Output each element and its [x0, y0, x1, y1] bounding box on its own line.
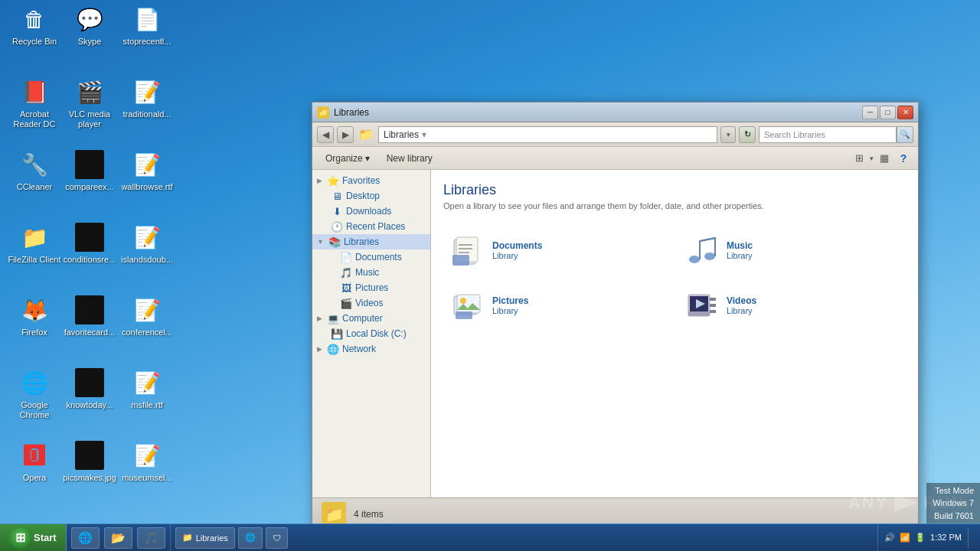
view-dropdown[interactable]: ▾ [870, 155, 874, 162]
desktop-icon-stoprecentl[interactable]: 📄 stoprecentl... [120, 4, 174, 47]
desktop-icon-favoritecard[interactable]: favoritecard... [63, 295, 116, 337]
nav-network[interactable]: ▶ 🌐 Network [312, 341, 430, 357]
desktop-icon-museumsel[interactable]: 📝 museumsel... [120, 440, 174, 483]
desktop-icon-msfile[interactable]: 📝 msfile.rtf [120, 367, 174, 410]
network-label: Network [342, 344, 376, 354]
svg-rect-18 [710, 304, 716, 307]
nav-libraries[interactable]: ▼ 📚 Libraries [312, 234, 430, 249]
nav-local-disk[interactable]: 💾 Local Disk (C:) [312, 326, 430, 341]
desktop-label: Desktop [346, 191, 380, 201]
organize-label: Organize [325, 153, 363, 164]
svg-rect-19 [710, 310, 716, 313]
forward-button[interactable]: ▶ [337, 126, 354, 143]
show-desktop-button[interactable] [968, 527, 974, 549]
svg-marker-20 [894, 494, 917, 512]
nav-documents[interactable]: 📄 Documents [312, 249, 430, 265]
nav-downloads[interactable]: ⬇ Downloads [312, 204, 430, 219]
address-dropdown[interactable]: ▾ [422, 129, 426, 140]
taskbar-libraries-item[interactable]: 📁 Libraries [175, 527, 235, 549]
start-label: Start [34, 532, 57, 543]
desktop-icon-chrome[interactable]: 🌐 Google Chrome [8, 367, 61, 420]
minimize-button[interactable]: ─ [862, 106, 878, 119]
vlc-icon: 🎬 [74, 77, 105, 107]
toolbar-right: ⊞ ▾ ▦ ? [851, 150, 912, 167]
main-content: ▶ ⭐ Favorites 🖥 Desktop ⬇ Downloads 🕐 Re… [312, 170, 918, 497]
new-library-label: New library [387, 153, 433, 164]
taskbar-chrome-item[interactable]: 🌐 [238, 527, 263, 549]
desktop-icon-firefox[interactable]: 🦊 Firefox [8, 295, 61, 337]
desktop-icon-recycle-bin[interactable]: 🗑 Recycle Bin [8, 4, 61, 47]
taskbar-right: 🔊 📶 🔋 1:32 PM [877, 524, 980, 551]
nav-videos[interactable]: 🎬 Videos [312, 295, 430, 311]
library-item-music[interactable]: Music Library [678, 226, 906, 275]
desktop-icon-conditionsre[interactable]: conditionsre... [63, 222, 116, 265]
close-button[interactable]: ✕ [897, 106, 913, 119]
back-button[interactable]: ◀ [317, 126, 334, 143]
libraries-grid: Documents Library M [443, 226, 906, 330]
desktop-icon-ccleaner[interactable]: 🔧 CCleaner [8, 149, 61, 192]
nav-computer[interactable]: ▶ 💻 Computer [312, 311, 430, 326]
nav-favorites[interactable]: ▶ ⭐ Favorites [312, 173, 430, 188]
desktop-icon-wallbrowse[interactable]: 📝 wallbrowse.rtf [120, 149, 174, 192]
taskbar-ie-button[interactable]: 🌐 [71, 527, 100, 549]
skype-label: Skype [78, 37, 102, 47]
volume-icon[interactable]: 🔊 [884, 533, 895, 543]
address-arrow[interactable]: ▾ [720, 126, 736, 143]
refresh-button[interactable]: ↻ [739, 126, 756, 143]
desktop-icon-conferencel[interactable]: 📝 conferencel... [120, 295, 174, 337]
nav-pictures-icon: 🖼 [340, 282, 352, 294]
desktop-icon-compareex[interactable]: compareex... [63, 149, 116, 192]
search-button[interactable]: 🔍 [897, 126, 913, 143]
search-placeholder: Search Libraries [764, 130, 825, 139]
library-item-documents[interactable]: Documents Library [443, 226, 671, 275]
taskbar-antivirus-item[interactable]: 🛡 [266, 527, 288, 549]
battery-icon[interactable]: 🔋 [915, 533, 926, 543]
address-path[interactable]: Libraries ▾ [378, 126, 717, 143]
desktop-icon-picsmakes[interactable]: picsmakes.jpg [63, 440, 116, 483]
organize-button[interactable]: Organize ▾ [318, 150, 377, 167]
favoritecard-icon [74, 295, 105, 325]
desktop-icon-knowtoday[interactable]: knowtoday... [63, 367, 116, 410]
clock[interactable]: 1:32 PM [930, 532, 962, 543]
desktop-icon-opera[interactable]: 🅾 Opera [8, 440, 61, 483]
help-button[interactable]: ? [895, 150, 912, 167]
library-item-pictures[interactable]: Pictures Library [443, 281, 671, 330]
title-bar-controls: ─ □ ✕ [862, 106, 913, 119]
test-mode-line2: Windows 7 [933, 497, 974, 510]
desktop-icon-islandsdoub[interactable]: 📝 islandsdoub... [120, 222, 174, 265]
filezilla-label: FileZilla Client [8, 255, 60, 265]
filezilla-icon: 📁 [19, 222, 50, 253]
desktop-icon-acrobat[interactable]: 📕 Acrobat Reader DC [8, 77, 61, 129]
nav-pictures[interactable]: 🖼 Pictures [312, 280, 430, 295]
picsmakes-icon [74, 440, 105, 471]
favoritecard-label: favoritecard... [64, 328, 116, 337]
ccleaner-icon: 🔧 [19, 149, 50, 180]
search-input[interactable]: Search Libraries [759, 126, 897, 143]
museumsel-icon: 📝 [132, 440, 162, 471]
new-library-button[interactable]: New library [380, 150, 439, 167]
chrome-icon: 🌐 [19, 367, 50, 398]
taskbar-wmp-button[interactable]: 🎵 [137, 527, 165, 549]
taskbar-explorer-button[interactable]: 📂 [104, 527, 132, 549]
nav-recent-places[interactable]: 🕐 Recent Places [312, 219, 430, 234]
network-icon-taskbar[interactable]: 📶 [900, 533, 910, 543]
desktop-icon-skype[interactable]: 💬 Skype [63, 4, 116, 47]
desktop-icon-filezilla[interactable]: 📁 FileZilla Client [8, 222, 61, 265]
recent-places-label: Recent Places [346, 221, 405, 232]
start-button[interactable]: ⊞ Start [0, 524, 67, 551]
local-disk-label: Local Disk (C:) [346, 328, 407, 339]
conferencel-icon: 📝 [132, 295, 162, 325]
favorites-label: Favorites [342, 175, 380, 186]
desktop-icon-vlc[interactable]: 🎬 VLC media player [63, 77, 116, 129]
traditionald-icon: 📝 [132, 77, 162, 107]
compareex-icon [74, 149, 105, 180]
nav-music[interactable]: 🎵 Music [312, 265, 430, 280]
library-item-videos[interactable]: Videos Library [678, 281, 906, 330]
view-options-button[interactable]: ⊞ [851, 150, 867, 167]
preview-pane-button[interactable]: ▦ [876, 150, 893, 167]
search-container: Search Libraries 🔍 [759, 126, 913, 143]
nav-desktop[interactable]: 🖥 Desktop [312, 188, 430, 204]
pictures-library-info: Pictures Library [492, 295, 528, 315]
maximize-button[interactable]: □ [880, 106, 896, 119]
desktop-icon-traditionald[interactable]: 📝 traditionald... [120, 77, 174, 119]
